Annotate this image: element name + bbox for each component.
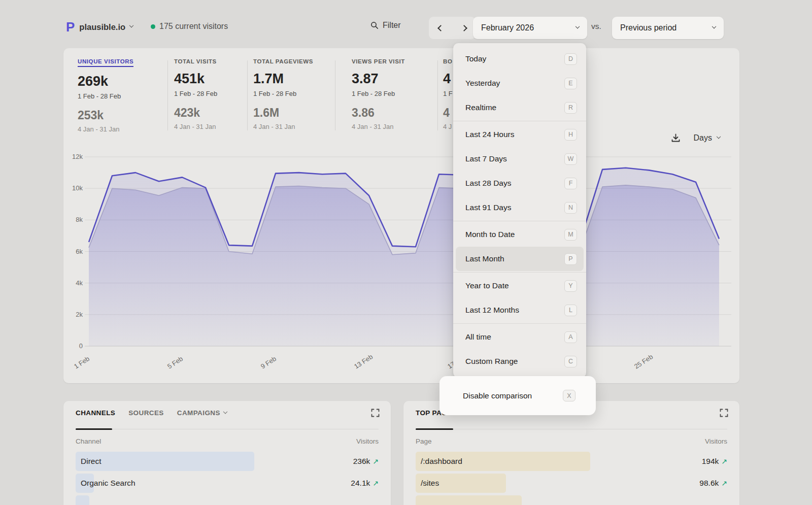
channels-card: CHANNELSSOURCESCAMPAIGNS ChannelVisitors… xyxy=(63,401,391,505)
menu-item-custom-range[interactable]: Custom RangeC xyxy=(456,349,584,374)
filter-button[interactable]: Filter xyxy=(370,21,401,30)
date-nav-group xyxy=(429,17,476,39)
expand-button[interactable] xyxy=(720,409,728,419)
chevron-down-icon xyxy=(129,23,133,27)
y-tick-label: 8k xyxy=(65,216,83,223)
stat-unique-visitors[interactable]: UNIQUE VISITORS269k1 Feb - 28 Feb253k4 J… xyxy=(78,58,133,133)
row-label[interactable]: /:dashboard xyxy=(421,452,462,471)
row-label[interactable]: Direct xyxy=(81,452,101,471)
tabs-divider xyxy=(416,429,727,429)
export-button[interactable] xyxy=(671,133,681,143)
row-label[interactable]: Organic Search xyxy=(81,474,136,493)
stat-total-visits[interactable]: TOTAL VISITS451k1 Feb - 28 Feb423k4 Jan … xyxy=(174,58,217,130)
shortcut-key: X xyxy=(563,390,576,401)
stat-previous-period: 4 J xyxy=(443,123,453,130)
menu-item-disable-comparison[interactable]: Disable comparison X xyxy=(453,384,582,408)
stat-label: BO xyxy=(443,58,453,64)
menu-item-month-to-date[interactable]: Month to DateM xyxy=(456,222,584,247)
shortcut-key: C xyxy=(564,356,577,367)
menu-item-label: All time xyxy=(465,332,491,342)
stat-previous-period: 4 Jan - 31 Jan xyxy=(253,123,313,130)
menu-item-label: Last 28 Days xyxy=(465,179,511,188)
shortcut-key: E xyxy=(564,78,577,89)
stat-previous-value: 253k xyxy=(78,109,133,122)
menu-item-year-to-date[interactable]: Year to DateY xyxy=(456,274,584,298)
menu-item-label: Last 7 Days xyxy=(465,154,507,163)
stat-label: TOTAL PAGEVIEWS xyxy=(253,58,313,64)
tab-campaigns[interactable]: CAMPAIGNS xyxy=(177,409,227,417)
tab-sources[interactable]: SOURCES xyxy=(128,409,164,417)
table-row[interactable] xyxy=(76,495,379,505)
comparison-dropdown[interactable]: Previous period xyxy=(612,17,724,39)
search-icon xyxy=(370,21,379,29)
stat-bo[interactable]: BO41 F44 J xyxy=(443,58,453,130)
y-tick-label: 4k xyxy=(65,279,83,287)
live-dot-icon xyxy=(151,24,155,29)
stat-period: 1 F xyxy=(443,90,453,97)
active-tab-indicator xyxy=(416,428,453,430)
shortcut-key: L xyxy=(564,305,577,316)
stat-views-per-visit[interactable]: VIEWS PER VISIT3.871 Feb - 28 Feb3.864 J… xyxy=(352,58,405,130)
next-period-button[interactable] xyxy=(456,18,471,38)
current-visitors[interactable]: 175 current visitors xyxy=(151,22,228,31)
x-tick-label: 1 Feb xyxy=(73,355,91,371)
menu-item-all-time[interactable]: All timeA xyxy=(456,325,584,349)
menu-item-last-24-hours[interactable]: Last 24 HoursH xyxy=(456,122,584,147)
interval-dropdown[interactable]: Days xyxy=(694,133,720,143)
dimension-header: Channel xyxy=(76,437,101,445)
stat-total-pageviews[interactable]: TOTAL PAGEVIEWS1.7M1 Feb - 28 Feb1.6M4 J… xyxy=(253,58,313,130)
menu-item-last-12-months[interactable]: Last 12 MonthsL xyxy=(456,298,584,322)
menu-item-last-7-days[interactable]: Last 7 DaysW xyxy=(456,147,584,171)
menu-item-realtime[interactable]: RealtimeR xyxy=(456,95,584,120)
interval-value: Days xyxy=(694,133,712,143)
prev-period-button[interactable] xyxy=(433,18,448,38)
top-bar: P plausible.io 175 current visitors Filt… xyxy=(63,15,739,41)
shortcut-key: M xyxy=(564,229,577,241)
x-tick-label: 13 Feb xyxy=(353,353,374,371)
y-tick-label: 6k xyxy=(65,248,83,255)
breakdown-rows: Direct236k↗Organic Search24.1k↗ xyxy=(76,452,379,505)
chart-controls: Days xyxy=(671,133,720,143)
menu-item-last-month[interactable]: Last MonthP xyxy=(456,247,584,271)
menu-item-label: Disable comparison xyxy=(463,391,532,400)
menu-item-yesterday[interactable]: YesterdayE xyxy=(456,71,584,95)
menu-group: Year to DateYLast 12 MonthsL xyxy=(453,272,586,323)
filter-label: Filter xyxy=(383,21,401,30)
table-row[interactable] xyxy=(416,495,727,505)
menu-item-today[interactable]: TodayD xyxy=(456,47,584,71)
chevron-right-icon xyxy=(461,25,467,31)
y-tick-label: 0 xyxy=(65,342,83,350)
menu-item-label: Realtime xyxy=(465,103,496,112)
shortcut-key: R xyxy=(564,102,577,114)
breakdown-rows: /:dashboard194k↗/sites98.6k↗ xyxy=(416,452,727,505)
chevron-down-icon xyxy=(576,24,580,28)
menu-item-label: Yesterday xyxy=(465,79,500,88)
menu-item-last-28-days[interactable]: Last 28 DaysF xyxy=(456,171,584,195)
menu-item-last-91-days[interactable]: Last 91 DaysN xyxy=(456,195,584,220)
table-row[interactable]: Organic Search24.1k↗ xyxy=(76,474,379,493)
table-row[interactable]: Direct236k↗ xyxy=(76,452,379,471)
menu-item-label: Last Month xyxy=(465,254,504,263)
site-switcher[interactable]: P plausible.io xyxy=(66,19,133,35)
stat-label: VIEWS PER VISIT xyxy=(352,58,405,64)
plausible-logo-icon: P xyxy=(66,19,75,35)
date-range-value: February 2026 xyxy=(481,23,534,32)
row-label[interactable]: /sites xyxy=(421,474,439,493)
tab-channels[interactable]: CHANNELS xyxy=(76,409,115,417)
row-bar xyxy=(76,495,89,505)
shortcut-key: F xyxy=(564,178,577,189)
table-row[interactable]: /sites98.6k↗ xyxy=(416,474,727,493)
expand-button[interactable] xyxy=(371,409,380,419)
stat-period: 1 Feb - 28 Feb xyxy=(253,90,313,97)
stat-previous-value: 1.6M xyxy=(253,106,313,120)
date-range-menu: TodayDYesterdayERealtimeRLast 24 HoursHL… xyxy=(453,43,586,378)
trend-up-icon: ↗ xyxy=(373,452,379,471)
table-row[interactable]: /:dashboard194k↗ xyxy=(416,452,727,471)
pages-card: TOP PAGESENTRY PAGESEXIT PAGES PageVisit… xyxy=(403,401,739,505)
stat-previous-value: 423k xyxy=(174,106,217,120)
date-range-dropdown[interactable]: February 2026 xyxy=(473,17,587,39)
current-visitors-label: 175 current visitors xyxy=(159,22,228,31)
menu-group: Last 24 HoursHLast 7 DaysWLast 28 DaysFL… xyxy=(453,121,586,221)
stat-previous-value: 4 xyxy=(443,106,453,120)
menu-item-label: Last 12 Months xyxy=(465,306,519,315)
